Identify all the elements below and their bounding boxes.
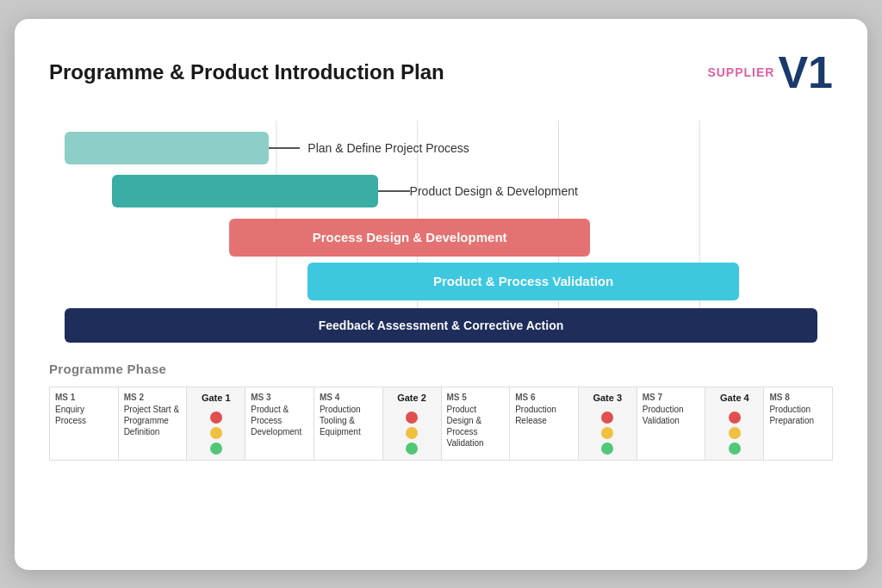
gate3-dot-red: [601, 412, 613, 424]
ms3-label: MS 3: [251, 393, 308, 402]
bar-row-product-design: Product Design & Development: [49, 172, 833, 210]
gate4-dot-green: [729, 443, 741, 455]
ms6-label: MS 6: [515, 393, 573, 402]
ms8-sublabel: Production Preparation: [769, 404, 827, 426]
bar-product-design: [112, 175, 378, 207]
bar-feedback: Feedback Assessment & Corrective Action: [65, 308, 817, 343]
ms5-sublabel: Product Design & Process Validation: [447, 404, 505, 449]
phase-col-ms8: MS 8 Production Preparation: [764, 387, 833, 461]
header: Programme & Product Introduction Plan SU…: [49, 50, 833, 95]
ms6-sublabel: Production Release: [515, 404, 573, 426]
gate2-dot-red: [406, 412, 418, 424]
phase-col-ms1: MS 1 Enquiry Process: [50, 387, 119, 461]
gate1-dots: [210, 412, 222, 455]
bar-ppvalidation: Product & Process Validation: [307, 263, 739, 300]
phase-col-ms5: MS 5 Product Design & Process Validation: [442, 387, 511, 461]
phase-col-ms3: MS 3 Product & Process Development: [245, 387, 314, 461]
phase-col-gate1: Gate 1: [187, 387, 245, 461]
bar-plan-define: [65, 132, 269, 164]
phase-section: Programme Phase MS 1 Enquiry Process MS …: [49, 362, 833, 461]
supplier-label: SUPPLIER: [707, 65, 774, 79]
phase-table: MS 1 Enquiry Process MS 2 Project Start …: [49, 387, 833, 461]
page-title: Programme & Product Introduction Plan: [49, 60, 444, 84]
gate2-dot-green: [406, 443, 418, 455]
ms3-sublabel: Product & Process Development: [251, 404, 308, 437]
ms1-label: MS 1: [55, 393, 113, 402]
gate4-label: Gate 4: [720, 393, 749, 403]
gantt-area: Plan & Define Project Process Product De…: [49, 121, 833, 344]
phase-col-gate2: Gate 2: [383, 387, 442, 461]
gate4-dot-red: [729, 412, 741, 424]
bar-row-ppvalidation: Product & Process Validation: [49, 261, 833, 302]
gate2-label: Gate 2: [397, 393, 426, 403]
bar-process-design: Process Design & Development: [229, 219, 590, 257]
phase-col-gate4: Gate 4: [705, 387, 764, 461]
ms1-sublabel: Enquiry Process: [55, 404, 113, 426]
bar-line-1: [269, 147, 300, 149]
bar-label-product-design: Product Design & Development: [410, 184, 578, 198]
gate4-dot-yellow: [729, 427, 741, 439]
bar-row-feedback: Feedback Assessment & Corrective Action: [49, 306, 833, 344]
gate3-dots: [601, 412, 613, 455]
ms7-label: MS 7: [643, 393, 700, 402]
v1-label: V1: [778, 50, 833, 95]
bar-row-plan-define: Plan & Define Project Process: [49, 129, 833, 167]
phase-col-ms7: MS 7 Production Validation: [637, 387, 706, 461]
gate1-dot-green: [210, 443, 222, 455]
ms4-sublabel: Production Tooling & Equipment: [320, 404, 377, 437]
supplier-logo: SUPPLIER V1: [707, 50, 833, 95]
gate3-dot-yellow: [601, 427, 613, 439]
phase-title: Programme Phase: [49, 362, 833, 376]
gate1-dot-red: [210, 412, 222, 424]
gate3-dot-green: [601, 443, 613, 455]
phase-col-ms6: MS 6 Production Release: [510, 387, 579, 461]
ms2-sublabel: Project Start & Programme Definition: [124, 404, 182, 437]
ms7-sublabel: Production Validation: [643, 404, 700, 426]
bar-row-process-design: Process Design & Development: [49, 217, 833, 258]
phase-col-ms4: MS 4 Production Tooling & Equipment: [314, 387, 383, 461]
gate1-label: Gate 1: [202, 393, 231, 403]
gate2-dot-yellow: [406, 427, 418, 439]
ms4-label: MS 4: [320, 393, 377, 402]
ms5-label: MS 5: [447, 393, 505, 402]
gate2-dots: [406, 412, 418, 455]
phase-col-ms2: MS 2 Project Start & Programme Definitio…: [119, 387, 188, 461]
bar-line-2: [378, 190, 409, 192]
gate1-dot-yellow: [210, 427, 222, 439]
main-card: Programme & Product Introduction Plan SU…: [15, 19, 867, 570]
gate4-dots: [729, 412, 741, 455]
ms2-label: MS 2: [124, 393, 182, 402]
ms8-label: MS 8: [769, 393, 827, 402]
gate3-label: Gate 3: [593, 393, 622, 403]
bar-label-plan-define: Plan & Define Project Process: [307, 141, 469, 155]
phase-col-gate3: Gate 3: [579, 387, 637, 461]
